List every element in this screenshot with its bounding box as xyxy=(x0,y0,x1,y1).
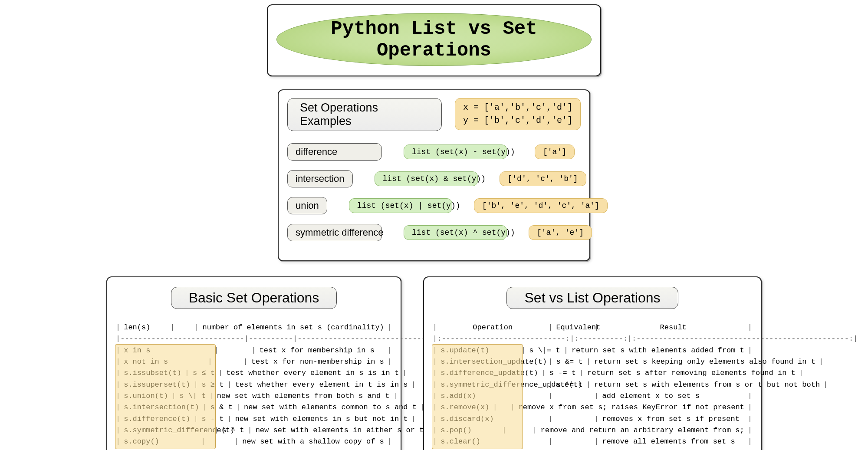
op-cell: s.intersection(t) xyxy=(120,402,202,413)
example-label: difference xyxy=(287,143,382,161)
eq-cell xyxy=(205,436,234,447)
op-cell: s.symmetric_difference_update(t) xyxy=(437,379,548,391)
example-result: ['a', 'e'] xyxy=(529,225,592,240)
op-cell: s.remove(x) xyxy=(437,402,493,413)
op-cell: s.issuperset(t) xyxy=(120,379,194,391)
setup-y: y = ['b','c','d','e'] xyxy=(463,115,572,125)
desc-cell: return set s after removing elements fou… xyxy=(584,368,799,379)
page-title: Python List vs Set Operations xyxy=(331,18,537,61)
example-row: intersection list (set(x) & set(y)) ['d'… xyxy=(287,170,581,187)
eq-cell: s \| t xyxy=(176,391,209,402)
setvslist-panel: Set vs List Operations |Operation|Equiva… xyxy=(423,276,762,450)
example-result: ['a'] xyxy=(535,145,575,159)
title-ellipse: Python List vs Set Operations xyxy=(276,13,592,66)
op-cell: s.update(t) xyxy=(437,345,521,356)
op-cell: s.union(t) xyxy=(120,391,171,402)
col-header: Result xyxy=(599,322,748,333)
table-row: |s.union(t)|s \| t|new set with elements… xyxy=(116,391,392,402)
table-row: |s.copy()||new set with a shallow copy o… xyxy=(116,436,392,447)
example-label: intersection xyxy=(287,170,353,187)
basic-ops-table: |len(s)||number of elements in set s (ca… xyxy=(116,322,392,448)
desc-cell: new set with elements from both s and t xyxy=(214,391,393,402)
op-cell: x not in s xyxy=(120,356,207,368)
desc-cell: test x for non-membership in s xyxy=(248,356,388,368)
desc-cell: test whether every element in s is in t xyxy=(223,368,402,379)
example-row: union list (set(x) | set(y)) ['b', 'e', … xyxy=(287,197,581,214)
eq-cell xyxy=(552,436,594,447)
desc-cell: return set s with elements from s or t b… xyxy=(591,379,823,391)
basic-ops-heading: Basic Set Operations xyxy=(171,287,337,309)
basic-ops-panel: Basic Set Operations |len(s)||number of … xyxy=(106,276,401,450)
table-row: |s.intersection(t)|s & t|new set with el… xyxy=(116,402,392,413)
setvslist-table: |Operation|Equivalent|Result||:---------… xyxy=(433,322,752,448)
desc-cell: new set with a shallow copy of s xyxy=(239,436,387,447)
table-row: |s.intersection_update(t)|s &= t|return … xyxy=(433,356,752,368)
table-row: |s.remove(x)||remove x from set s; raise… xyxy=(433,402,752,413)
table-row: |x in s||test x for membership in s| xyxy=(116,345,392,356)
examples-setup: x = ['a','b','c','d'] y = ['b','c','d','… xyxy=(455,98,581,130)
eq-cell xyxy=(552,391,594,402)
table-row: |s.symmetric_difference(t)|s ^ t|new set… xyxy=(116,425,392,436)
example-code: list (set(x) & set(y)) xyxy=(375,171,478,186)
eq-cell: s &= t xyxy=(552,356,586,368)
eq-cell: s ^= t xyxy=(552,379,586,391)
eq-cell xyxy=(212,356,243,368)
desc-cell: new set with elements in s but not in t xyxy=(232,414,411,425)
example-code: list (set(x) | set(y)) xyxy=(349,198,452,213)
examples-panel: Set Operations Examples x = ['a','b','c'… xyxy=(278,89,590,261)
desc-cell: add element x to set s xyxy=(599,391,748,402)
op-cell: x in s xyxy=(120,345,214,356)
example-code: list (set(x) - set(y)) xyxy=(404,145,507,159)
table-row: |s.clear()||remove all elements from set… xyxy=(433,436,752,447)
table-row: |s.discard(x)||removes x from set s if p… xyxy=(433,414,752,425)
example-result: ['b', 'e', 'd', 'c', 'a'] xyxy=(474,198,608,213)
example-row: symmetric difference list (set(x) ^ set(… xyxy=(287,224,581,241)
table-row: |len(s)||number of elements in set s (ca… xyxy=(116,322,392,333)
eq-cell xyxy=(218,345,251,356)
table-row: |s.difference_update(t)|s -= t|return se… xyxy=(433,368,752,379)
example-row: difference list (set(x) - set(y)) ['a'] xyxy=(287,143,581,161)
op-cell: s.discard(x) xyxy=(437,414,548,425)
setvslist-heading: Set vs List Operations xyxy=(506,287,678,309)
eq-cell xyxy=(497,402,511,413)
op-cell: s.add(x) xyxy=(437,391,548,402)
op-cell: s.symmetric_difference(t) xyxy=(120,425,214,436)
eq-cell xyxy=(175,322,195,333)
eq-cell: s -= t xyxy=(546,368,579,379)
table-row: |s.pop()||remove and return an arbitrary… xyxy=(433,425,752,436)
op-cell: s.clear() xyxy=(437,436,548,447)
table-row: |s.issuperset(t)|s ≥ t|test whether ever… xyxy=(116,379,392,391)
eq-cell: s & t xyxy=(207,402,236,413)
col-header: Operation xyxy=(437,322,548,333)
desc-cell: remove all elements from set s xyxy=(599,436,748,447)
desc-cell: return set s keeping only elements also … xyxy=(591,356,819,368)
setup-x: x = ['a','b','c','d'] xyxy=(463,102,572,112)
op-cell: s.difference_update(t) xyxy=(437,368,541,379)
title-panel: Python List vs Set Operations xyxy=(267,4,601,76)
desc-cell: new set with elements common to s and t xyxy=(240,402,420,413)
example-label: union xyxy=(287,197,327,214)
desc-cell: test x for membership in s xyxy=(256,345,388,356)
table-row: |s.issubset(t)|s ≤ t|test whether every … xyxy=(116,368,392,379)
eq-cell: s ≤ t xyxy=(189,368,218,379)
eq-cell: s ≥ t xyxy=(198,379,227,391)
table-row: |x not in s||test x for non-membership i… xyxy=(116,356,392,368)
eq-cell xyxy=(506,425,533,436)
eq-cell: s \|= t xyxy=(526,345,563,356)
eq-cell: s - t xyxy=(198,414,227,425)
op-cell: s.pop() xyxy=(437,425,502,436)
desc-cell: test whether every element in t is in s xyxy=(232,379,411,391)
table-row: |s.symmetric_difference_update(t)|s ^= t… xyxy=(433,379,752,391)
op-cell: s.copy() xyxy=(120,436,201,447)
example-result: ['d', 'c', 'b'] xyxy=(500,171,586,186)
desc-cell: remove x from set s; raises KeyError if … xyxy=(515,402,748,413)
desc-cell: removes x from set s if present xyxy=(599,414,748,425)
examples-heading: Set Operations Examples xyxy=(287,98,442,131)
table-row: |s.update(t)|s \|= t|return set s with e… xyxy=(433,345,752,356)
op-cell: s.difference(t) xyxy=(120,414,194,425)
table-row: |s.difference(t)|s - t|new set with elem… xyxy=(116,414,392,425)
desc-cell: return set s with elements added from t xyxy=(568,345,748,356)
example-code: list (set(x) ^ set(y)) xyxy=(404,225,507,240)
col-header: Equivalent xyxy=(552,322,594,333)
op-cell: len(s) xyxy=(120,322,170,333)
